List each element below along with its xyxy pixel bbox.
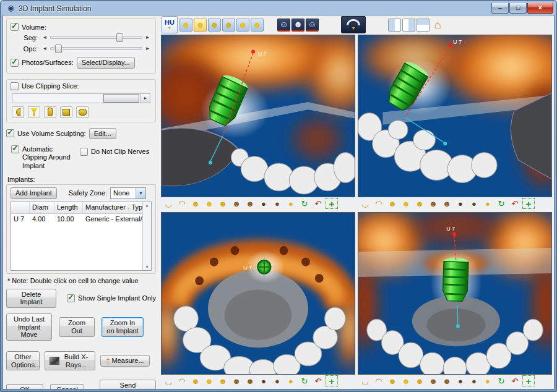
safety-zone-dropdown[interactable]: None ▼	[110, 187, 146, 199]
select-display-button[interactable]: Select/Display...	[77, 57, 135, 69]
arrow-left-icon[interactable]: ◄	[41, 33, 49, 42]
maximize-button[interactable]: □	[509, 3, 527, 14]
denture-open-icon[interactable]: ◡	[359, 198, 371, 209]
pan-green-icon[interactable]: +	[522, 198, 535, 209]
zoom-in-on-implant-button[interactable]: Zoom In on Implant	[101, 317, 144, 336]
sphere-gold-icon[interactable]: ●	[285, 375, 297, 386]
titlebar[interactable]: ◉ 3D Implant Simulation – □ ×	[2, 1, 555, 15]
sphere-dark-1-icon[interactable]: ●	[454, 375, 467, 386]
use-clipping-slice-checkbox[interactable]	[11, 82, 19, 90]
arrow-left-icon[interactable]: ◄	[41, 44, 49, 53]
denture-open-icon[interactable]: ◡	[162, 375, 175, 386]
view-3d-lower-left[interactable]: U 7	[161, 212, 355, 375]
head-gold-2-icon[interactable]: ☻	[400, 375, 412, 386]
table-scrollbar[interactable]: ▲▼	[142, 202, 151, 270]
delete-implant-button[interactable]: Delete Implant	[6, 289, 56, 308]
view-back-icon[interactable]: ☻	[194, 19, 207, 32]
head-brown-1-icon[interactable]: ☻	[230, 198, 243, 209]
edit-sculpting-button[interactable]: Edit...	[89, 128, 116, 140]
head-gold-3-icon[interactable]: ☻	[413, 375, 426, 386]
clip-tub-icon[interactable]	[76, 106, 89, 118]
undo-red-icon[interactable]: ↶	[312, 375, 324, 386]
head-gold-2-icon[interactable]: ☻	[203, 198, 215, 209]
do-not-clip-nerves-checkbox[interactable]	[80, 148, 88, 156]
denture-closed-icon[interactable]: ◠	[176, 198, 188, 209]
home-icon[interactable]: ⌂	[431, 19, 444, 32]
pan-green-icon[interactable]: +	[326, 375, 338, 386]
cell-manufacturer[interactable]: Generic - External/P...	[83, 214, 151, 224]
head-gold-3-icon[interactable]: ☻	[217, 375, 229, 386]
clip-cylinder-icon[interactable]	[44, 106, 56, 118]
head-brown-2-icon[interactable]: ☻	[441, 198, 453, 209]
send-snapshot-button[interactable]: Send Snapshot...	[100, 380, 156, 390]
clip-face-front-icon[interactable]: ☻	[291, 19, 304, 32]
sphere-dark-2-icon[interactable]: ●	[468, 375, 480, 386]
view-3d-lower-right[interactable]: U 7	[358, 212, 552, 375]
head-brown-2-icon[interactable]: ☻	[244, 375, 256, 386]
implant-3d[interactable]	[443, 257, 468, 302]
close-button[interactable]: ×	[527, 3, 553, 14]
sphere-dark-2-icon[interactable]: ●	[271, 198, 283, 209]
rotate-green-icon[interactable]: ↻	[495, 198, 507, 209]
hu-button[interactable]: HU ▼	[162, 16, 178, 33]
seg-slider[interactable]: ◄ ►	[41, 33, 152, 42]
undo-red-icon[interactable]: ↶	[312, 198, 324, 209]
volume-checkbox[interactable]: ✓	[11, 23, 19, 31]
build-xrays-button[interactable]: Build X-Rays...	[45, 351, 95, 370]
clip-face-right-icon[interactable]: ☺	[306, 19, 319, 32]
view-bottom-icon[interactable]: ☻	[251, 19, 264, 32]
clip-box-icon[interactable]	[60, 106, 72, 118]
denture-closed-icon[interactable]: ◠	[176, 375, 188, 386]
clipping-scrollbar-thumb[interactable]	[103, 94, 139, 103]
arrow-right-icon[interactable]: ►	[144, 44, 152, 53]
other-options-button[interactable]: Other Options...	[6, 351, 40, 370]
show-single-implant-checkbox[interactable]: ✓	[67, 294, 75, 302]
measure-button[interactable]: ‡Measure...	[100, 355, 150, 367]
add-implant-button[interactable]: Add Implant	[11, 187, 57, 199]
cell-diam[interactable]: 4.00	[30, 214, 54, 224]
view-left-icon[interactable]: ☻	[208, 19, 221, 32]
head-brown-2-icon[interactable]: ☻	[441, 375, 453, 386]
view-front-icon[interactable]: ☻	[179, 19, 192, 32]
sphere-dark-2-icon[interactable]: ●	[271, 375, 283, 386]
use-volume-sculpting-checkbox[interactable]: ✓	[6, 129, 14, 137]
denture-open-icon[interactable]: ◡	[162, 198, 175, 209]
head-gold-2-icon[interactable]: ☻	[203, 375, 215, 386]
head-gold-1-icon[interactable]: ☻	[189, 198, 202, 209]
undo-last-implant-move-button[interactable]: Undo Last Implant Move	[6, 313, 52, 341]
pan-green-icon[interactable]: +	[326, 198, 338, 209]
head-gold-3-icon[interactable]: ☻	[217, 198, 229, 209]
opc-slider-thumb[interactable]	[55, 45, 62, 53]
sphere-dark-1-icon[interactable]: ●	[257, 198, 270, 209]
sphere-gold-icon[interactable]: ●	[481, 375, 494, 386]
minimize-button[interactable]: –	[491, 3, 509, 14]
undo-red-icon[interactable]: ↶	[509, 375, 521, 386]
clip-half-cylinder-icon[interactable]	[12, 106, 24, 118]
view-3d-upper-left[interactable]: U 7	[161, 35, 355, 197]
head-brown-2-icon[interactable]: ☻	[244, 198, 256, 209]
cell-length[interactable]: 10.00	[54, 214, 83, 224]
automatic-clipping-checkbox[interactable]: ✓	[11, 145, 19, 153]
arrow-right-icon[interactable]: ►	[144, 33, 152, 42]
head-brown-1-icon[interactable]: ☻	[230, 375, 243, 386]
pan-green-icon[interactable]: +	[522, 375, 535, 386]
cell-implant-id[interactable]: U 7	[11, 214, 30, 224]
sphere-dark-1-icon[interactable]: ●	[257, 375, 270, 386]
cancel-button[interactable]: Cancel	[50, 384, 84, 390]
sphere-gold-icon[interactable]: ●	[481, 198, 494, 209]
clip-face-left-icon[interactable]: ☺	[277, 19, 290, 32]
table-row[interactable]: U 7 4.00 10.00 Generic - External/P...	[11, 214, 151, 224]
rotate-green-icon[interactable]: ↻	[298, 198, 311, 209]
implant-3d[interactable]	[257, 260, 271, 273]
sphere-dark-2-icon[interactable]: ●	[468, 198, 480, 209]
opc-slider-track[interactable]	[50, 47, 142, 50]
view-3d-upper-right[interactable]: U 7	[358, 35, 552, 197]
undo-red-icon[interactable]: ↶	[509, 198, 521, 209]
head-gold-1-icon[interactable]: ☻	[386, 198, 399, 209]
clipping-slice-scrollbar[interactable]: ►	[12, 93, 150, 103]
photos-surfaces-checkbox[interactable]: ✓	[11, 59, 19, 67]
zoom-out-button[interactable]: Zoom Out	[59, 317, 95, 336]
layout-quad-icon[interactable]	[417, 19, 430, 32]
sphere-dark-1-icon[interactable]: ●	[454, 198, 467, 209]
clip-cone-icon[interactable]	[28, 106, 40, 118]
